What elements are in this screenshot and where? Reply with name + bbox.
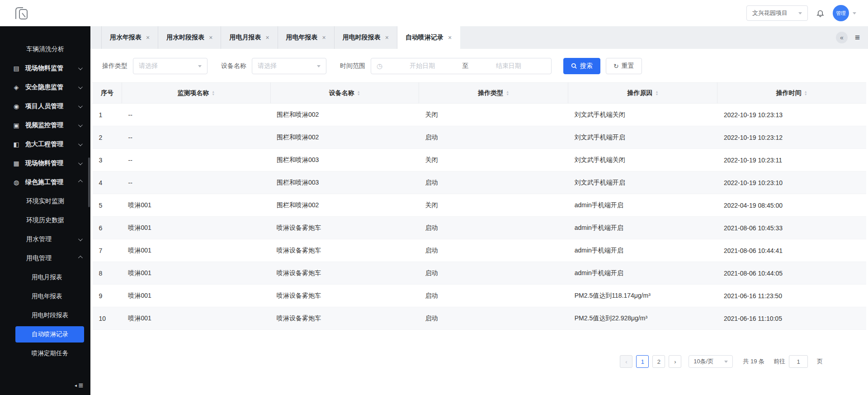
table-cell: 喷淋001 <box>122 194 271 217</box>
tab-controls: « ≡ <box>836 26 868 49</box>
table-row[interactable]: 9喷淋001喷淋设备雾炮车启动PM2.5值达到118.174μg/m³2021-… <box>93 285 866 307</box>
sidebar-item[interactable]: 环境实时监测 <box>0 192 90 211</box>
notification-bell-icon[interactable] <box>816 9 825 18</box>
column-header[interactable]: 监测项名称▲▼ <box>122 83 271 104</box>
sidebar-item-label: 车辆清洗分析 <box>26 45 64 53</box>
chevron-down-icon <box>78 123 83 127</box>
sort-icon[interactable]: ▲▼ <box>655 90 658 96</box>
chevron-down-icon <box>853 12 856 14</box>
column-header[interactable]: 设备名称▲▼ <box>270 83 419 104</box>
personnel-icon: ◉ <box>12 103 21 110</box>
close-tab-icon[interactable]: × <box>209 34 212 41</box>
tab-label: 用电月报表 <box>229 33 261 42</box>
sort-icon[interactable]: ▲▼ <box>212 90 215 96</box>
sidebar-item[interactable]: ◧危大工程管理 <box>0 135 90 154</box>
sort-icon[interactable]: ▲▼ <box>506 90 509 96</box>
sidebar-item[interactable]: ▦现场物料管理 <box>0 154 90 173</box>
table-row[interactable]: 3--围栏和喷淋003关闭刘文武手机端关闭2022-10-19 10:23:11 <box>93 149 866 171</box>
project-select[interactable]: 文兴花园项目 <box>746 5 808 21</box>
page-button-1[interactable]: 1 <box>636 355 649 368</box>
close-tab-icon[interactable]: × <box>322 34 326 41</box>
sidebar-item[interactable]: 用水管理 <box>0 230 90 249</box>
table-cell: 喷淋001 <box>122 239 271 262</box>
sort-icon[interactable]: ▲▼ <box>357 90 360 96</box>
sidebar-item[interactable]: 喷淋定期任务 <box>0 344 90 363</box>
prev-page-button[interactable]: ‹ <box>620 355 632 368</box>
sidebar-item-active[interactable]: 自动喷淋记录 <box>15 326 84 343</box>
sidebar-item[interactable]: 车辆清洗分析 <box>0 40 90 59</box>
app-body: 车辆清洗分析▤现场物料监管◈安全隐患监管◉项目人员管理▣视频监控管理◧危大工程管… <box>0 26 868 395</box>
column-header[interactable]: 操作原因▲▼ <box>568 83 717 104</box>
table-cell: 喷淋001 <box>122 307 271 330</box>
sidebar-item[interactable]: ◉项目人员管理 <box>0 97 90 116</box>
table-row[interactable]: 4--围栏和喷淋003启动刘文武手机端开启2022-10-19 10:23:10 <box>93 171 866 194</box>
table-cell: 2021-08-06 10:44:41 <box>717 239 866 262</box>
materials-supervision-icon: ▤ <box>12 65 21 72</box>
column-header-label: 序号 <box>101 89 113 96</box>
operation-type-select[interactable]: 请选择 <box>133 58 208 74</box>
next-page-button[interactable]: › <box>669 355 681 368</box>
avatar[interactable]: 管理 <box>833 5 849 21</box>
sidebar-item[interactable]: 用电时段报表 <box>0 306 90 325</box>
table-cell: 2 <box>93 126 122 149</box>
sort-icon[interactable]: ▲▼ <box>804 90 807 96</box>
close-tab-icon[interactable]: × <box>385 34 389 41</box>
tab-label: 自动喷淋记录 <box>406 33 443 42</box>
sidebar-item[interactable]: ◍绿色施工管理 <box>0 173 90 192</box>
tab-options-icon[interactable]: ≡ <box>855 33 860 43</box>
tab-4[interactable]: 用电年报表× <box>278 26 334 49</box>
tab-3[interactable]: 用电月报表× <box>221 26 277 49</box>
table-row[interactable]: 2--围栏和喷淋002启动刘文武手机端开启2022-10-19 10:23:12 <box>93 126 866 149</box>
device-name-placeholder: 请选择 <box>258 62 277 70</box>
sidebar-item[interactable]: ▣视频监控管理 <box>0 116 90 135</box>
sidebar-scrollbar[interactable] <box>88 157 90 207</box>
column-header[interactable]: 操作类型▲▼ <box>419 83 568 104</box>
table-cell: 刘文武手机端关闭 <box>568 104 717 126</box>
tab-1[interactable]: 用水年报表× <box>101 26 158 49</box>
sidebar-item[interactable]: 环境历史数据 <box>0 211 90 230</box>
user-menu[interactable]: 管理 <box>833 5 856 21</box>
device-name-select[interactable]: 请选择 <box>252 58 326 74</box>
table-row[interactable]: 10喷淋001喷淋设备雾炮车启动PM2.5值达到22.928μg/m³2021-… <box>93 307 866 330</box>
sidebar-item[interactable]: ▤现场物料监管 <box>0 59 90 78</box>
table-row[interactable]: 8喷淋001喷淋设备雾炮车启动admin手机端开启2021-08-06 10:4… <box>93 262 866 285</box>
table-cell: 6 <box>93 217 122 239</box>
tab-6[interactable]: 自动喷淋记录× <box>397 26 460 49</box>
goto-page-input[interactable] <box>789 355 808 368</box>
tab-2[interactable]: 用水时段报表× <box>158 26 221 49</box>
sidebar-item-label: 用电管理 <box>26 254 52 262</box>
sidebar-item[interactable]: 用电年报表 <box>0 287 90 306</box>
chevron-down-icon <box>78 161 83 165</box>
table-row[interactable]: 5喷淋001围栏和喷淋002关闭admin手机端开启2022-04-19 08:… <box>93 194 866 217</box>
tab-5[interactable]: 用电时段报表× <box>334 26 397 49</box>
collapse-sidebar-button[interactable]: ◄ ≡ <box>74 381 83 390</box>
table-cell: 喷淋001 <box>122 217 271 239</box>
close-tab-icon[interactable]: × <box>146 34 150 41</box>
engineering-icon: ◧ <box>12 141 21 148</box>
tab-bar: 用水年报表×用水时段报表×用电月报表×用电年报表×用电时段报表×自动喷淋记录× … <box>90 26 868 49</box>
sidebar-item[interactable]: ◈安全隐患监管 <box>0 78 90 97</box>
sort-desc-icon: ▼ <box>804 93 807 96</box>
table-row[interactable]: 7喷淋001喷淋设备雾炮车启动admin手机端开启2021-08-06 10:4… <box>93 239 866 262</box>
reset-button[interactable]: ↻ 重置 <box>606 58 642 74</box>
sidebar-item[interactable]: 用电月报表 <box>0 268 90 287</box>
table-cell: admin手机端开启 <box>568 239 717 262</box>
page-button-2[interactable]: 2 <box>652 355 665 368</box>
close-tab-icon[interactable]: × <box>265 34 269 41</box>
table-row[interactable]: 1--围栏和喷淋002关闭刘文武手机端关闭2022-10-19 10:23:13 <box>93 104 866 126</box>
date-range-picker[interactable]: ◷ 开始日期 至 结束日期 <box>371 58 552 74</box>
scroll-tabs-left-button[interactable]: « <box>836 32 848 43</box>
goto-suffix: 页 <box>817 357 823 366</box>
sidebar-item[interactable]: 用电管理 <box>0 249 90 268</box>
search-button[interactable]: 搜索 <box>563 58 600 74</box>
sidebar-item-label: 用电年报表 <box>32 292 62 300</box>
column-header-label: 监测项名称 <box>177 89 209 96</box>
page-size-select[interactable]: 10条/页 <box>689 355 733 368</box>
column-header[interactable]: 操作时间▲▼ <box>717 83 866 104</box>
table-cell: 2021-06-16 11:10:05 <box>717 307 866 330</box>
chevron-down-icon <box>78 66 83 70</box>
close-tab-icon[interactable]: × <box>448 34 452 41</box>
table-row[interactable]: 6喷淋001喷淋设备雾炮车启动admin手机端开启2021-08-06 10:4… <box>93 217 866 239</box>
page-buttons: 12 <box>636 355 665 368</box>
table-cell: 围栏和喷淋002 <box>270 104 419 126</box>
